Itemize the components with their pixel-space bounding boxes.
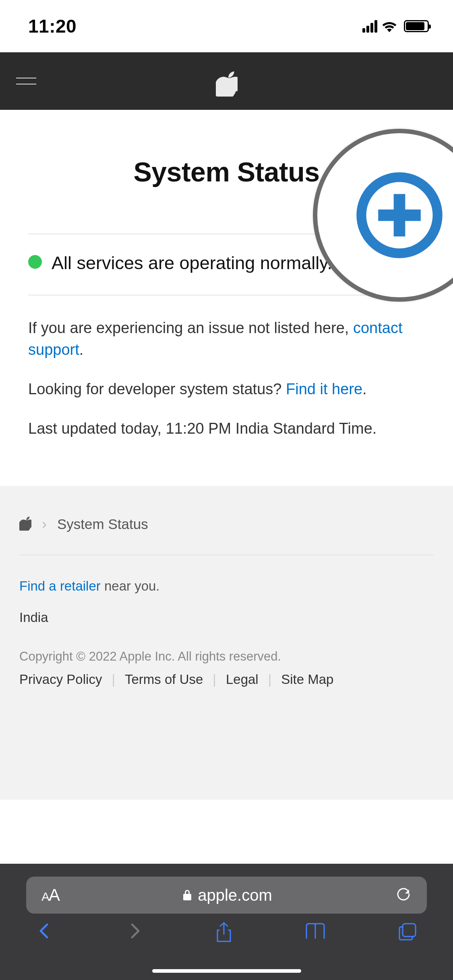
page-footer: › System Status Find a retailer near you… [0,486,453,800]
status-time: 11:20 [28,15,77,37]
url-bar[interactable]: AA apple.com [26,877,427,914]
lock-icon [182,889,192,901]
home-indicator[interactable] [152,969,301,973]
privacy-policy-link[interactable]: Privacy Policy [19,672,102,687]
status-message: All services are operating normally. [52,251,332,276]
retailer-suffix: near you. [101,579,160,593]
chevron-right-icon: › [42,516,47,533]
status-indicators [362,20,429,33]
legal-link[interactable]: Legal [226,672,259,687]
tabs-button[interactable] [397,921,418,944]
site-nav [0,52,453,110]
retailer-line: Find a retailer near you. [19,579,434,594]
site-map-link[interactable]: Site Map [281,672,333,687]
wifi-icon [381,20,397,32]
issue-prefix: If you are experiencing an issue not lis… [28,319,353,336]
legal-links: Privacy Policy | Terms of Use | Legal | … [19,672,434,687]
breadcrumb: › System Status [19,508,434,540]
last-updated-text: Last updated today, 11:20 PM India Stand… [28,418,425,440]
back-button[interactable] [35,921,54,942]
reload-button[interactable] [395,886,412,904]
status-indicator-dot [28,255,42,269]
footer-divider [19,555,434,555]
issue-help-text: If you are experiencing an issue not lis… [28,317,425,361]
cellular-icon [362,20,377,33]
url-text: apple.com [198,886,272,904]
battery-icon [404,20,429,32]
bookmarks-button[interactable] [304,921,327,942]
svg-rect-1 [403,924,416,937]
ios-status-bar: 11:20 [0,0,453,52]
terms-of-use-link[interactable]: Terms of Use [125,672,203,687]
url-display[interactable]: apple.com [182,886,272,904]
safari-chrome: AA apple.com [0,864,453,980]
find-retailer-link[interactable]: Find a retailer [19,579,101,593]
menu-button[interactable] [16,72,36,90]
copyright-text: Copyright © 2022 Apple Inc. All rights r… [19,649,434,664]
plus-circle-icon[interactable] [355,171,444,259]
apple-logo[interactable] [216,71,238,98]
dev-prefix: Looking for developer system status? [28,381,286,397]
share-button[interactable] [214,921,234,945]
breadcrumb-home-icon[interactable] [19,516,31,532]
forward-button [125,921,144,942]
developer-status-link[interactable]: Find it here [286,381,362,397]
text-size-button[interactable]: AA [41,885,59,905]
developer-status-text: Looking for developer system status? Fin… [28,379,425,400]
country-label[interactable]: India [19,610,434,625]
breadcrumb-current: System Status [57,516,148,532]
